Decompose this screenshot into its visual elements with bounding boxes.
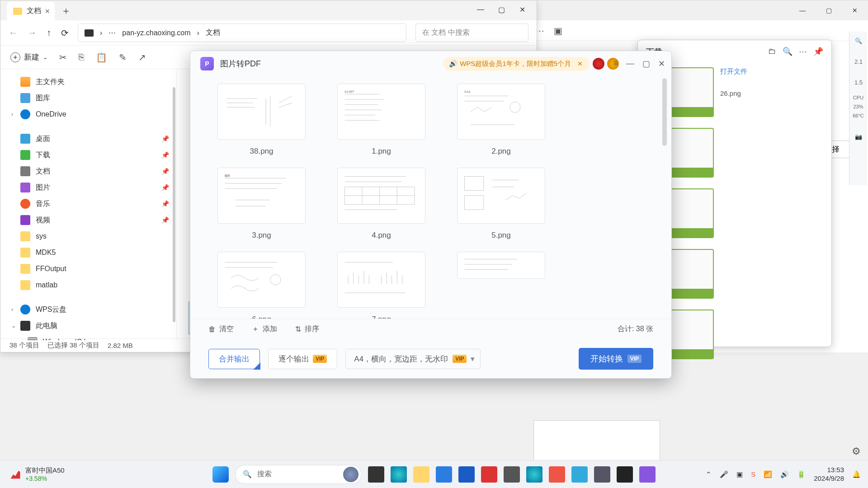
clear-button[interactable]: 🗑清空 (208, 324, 234, 334)
camera-icon[interactable]: 📷 (849, 127, 868, 145)
taskbar-app-mail[interactable] (436, 466, 452, 483)
tray-battery-icon[interactable]: 🔋 (797, 470, 806, 479)
folder-icon[interactable]: 🗀 (768, 47, 776, 57)
start-convert-button[interactable]: 开始转换 VIP (579, 348, 653, 370)
sidebar-item-videos[interactable]: 视频📌 (0, 212, 176, 228)
image-card[interactable]: 5.png (457, 168, 545, 240)
refresh-icon[interactable]: ⟳ (61, 28, 69, 38)
more-icon[interactable]: ⋯ (799, 47, 807, 57)
pin-icon: 📌 (161, 200, 169, 207)
breadcrumb-page[interactable]: 文档 (206, 28, 220, 38)
image-card[interactable]: 38.png (217, 84, 306, 156)
add-button[interactable]: ＋添加 (252, 324, 277, 334)
sidebar-item-onedrive[interactable]: ›OneDrive (0, 106, 176, 122)
taskbar-app-explorer[interactable] (413, 466, 429, 483)
scrollbar[interactable] (662, 78, 667, 146)
close-icon[interactable]: ✕ (45, 8, 50, 15)
start-button[interactable] (212, 466, 229, 483)
breadcrumb-host[interactable]: pan-yz.chaoxing.com (122, 29, 190, 37)
menu-icon[interactable]: ≡ (613, 59, 618, 69)
image-card[interactable]: 7.png (337, 252, 425, 319)
taskbar-search[interactable]: 🔍 搜索 (235, 465, 362, 484)
minimize-icon[interactable]: — (789, 0, 816, 20)
cut-icon[interactable]: ✂ (59, 52, 67, 63)
taskbar-app[interactable] (481, 466, 497, 483)
sidebar-item-ffoutput[interactable]: FFOutput (0, 261, 176, 277)
maximize-icon[interactable]: ▢ (498, 6, 505, 13)
taskbar-app-edge[interactable] (391, 466, 407, 483)
sidebar-item-music[interactable]: 音乐📌 (0, 196, 176, 212)
notifications-icon[interactable]: 🔔 (852, 470, 861, 479)
paste-icon[interactable]: 📋 (96, 52, 107, 63)
tray-app-icon[interactable]: S (751, 470, 755, 478)
taskbar-app[interactable] (639, 466, 656, 483)
breadcrumb[interactable]: › ⋯ pan-yz.chaoxing.com › 文档 (78, 23, 406, 42)
minimize-icon[interactable]: — (626, 59, 634, 69)
rename-icon[interactable]: ✎ (119, 52, 127, 63)
sidebar-item-documents[interactable]: 文档📌 (0, 163, 176, 179)
image-card[interactable]: 4.png (337, 168, 425, 240)
taskbar-app-edge2[interactable] (526, 466, 542, 483)
sidebar-item-matlab[interactable]: matlab (0, 277, 176, 293)
svg-text:3.4.2: 3.4.2 (464, 90, 470, 93)
tray-chevron-icon[interactable]: ⌃ (706, 470, 712, 479)
avatar[interactable] (593, 58, 604, 70)
tray-wifi-icon[interactable]: 📶 (764, 470, 772, 479)
stock-widget[interactable]: 富时中国A50 +3.58% (0, 466, 65, 482)
taskbar-app[interactable] (504, 466, 520, 483)
sidebar-item-home[interactable]: 主文件夹 (0, 74, 176, 90)
share-icon[interactable]: ↗ (138, 52, 146, 63)
sidebar-icon[interactable]: ▣ (552, 25, 563, 36)
add-tab-icon[interactable]: ＋ (61, 4, 71, 20)
page-setup-select[interactable]: A4，横向，宽边距，无水印 VIP (345, 349, 481, 369)
sidebar-item-mdk5[interactable]: MDK5 (0, 244, 176, 261)
sidebar-item-gallery[interactable]: 图库 (0, 90, 176, 106)
taskbar-app-store[interactable] (458, 466, 475, 483)
sidebar-item-wpscloud[interactable]: ›WPS云盘 (0, 301, 176, 318)
sidebar-item-pictures[interactable]: 图片📌 (0, 179, 176, 196)
close-icon[interactable]: ✕ (842, 0, 868, 20)
up-icon[interactable]: ↑ (47, 28, 51, 38)
clock[interactable]: 13:53 2024/9/28 (814, 466, 844, 483)
image-card[interactable]: 6.png (217, 252, 306, 319)
maximize-icon[interactable]: ▢ (816, 0, 842, 20)
sidebar-item-desktop[interactable]: 桌面📌 (0, 131, 176, 147)
sidebar-item-sys[interactable]: sys (0, 228, 176, 244)
sidebar-item-thispc[interactable]: ⌄此电脑 (0, 318, 176, 334)
sort-button[interactable]: ⇅排序 (295, 324, 319, 334)
trash-icon: 🗑 (208, 325, 216, 333)
taskbar-app[interactable] (594, 466, 610, 483)
image-card[interactable]: 循环3.png (217, 168, 306, 240)
close-icon[interactable]: ✕ (658, 59, 665, 69)
pin-icon[interactable]: 📌 (813, 47, 823, 57)
tray-volume-icon[interactable]: 🔊 (780, 470, 789, 479)
tray-cast-icon[interactable]: ▣ (736, 470, 743, 479)
pin-icon: 📌 (161, 184, 169, 191)
promo-banner[interactable]: WPS超级会员1年卡，限时加赠5个月 ✕ (443, 57, 590, 71)
sidebar-item-downloads[interactable]: 下载📌 (0, 147, 176, 163)
taskbar-app[interactable] (368, 466, 384, 483)
close-icon[interactable]: ✕ (577, 60, 583, 67)
image-card[interactable]: 3.4 DFT1.png (337, 84, 425, 156)
maximize-icon[interactable]: ▢ (642, 59, 650, 69)
explorer-tab[interactable]: 文档 ✕ (7, 2, 55, 20)
more-icon[interactable]: ⋯ (108, 28, 116, 37)
taskbar-app[interactable] (571, 466, 588, 483)
taskbar-app-wps[interactable] (549, 466, 565, 483)
image-card[interactable]: 3.4.22.png (457, 84, 545, 156)
close-icon[interactable]: ✕ (519, 6, 526, 13)
search-icon[interactable]: 🔍 (783, 47, 793, 57)
open-file-link[interactable]: 打开文件 (720, 67, 823, 76)
search-input[interactable]: 在 文档 中搜索 (415, 23, 528, 42)
minimize-icon[interactable]: — (477, 6, 484, 13)
copy-icon[interactable]: ⎘ (79, 52, 84, 62)
image-card[interactable] (457, 252, 545, 319)
gear-icon[interactable]: ⚙ (852, 446, 863, 457)
merge-output-button[interactable]: 合并输出 (208, 349, 260, 369)
tray-mic-icon[interactable]: 🎤 (720, 470, 728, 479)
taskbar-app[interactable] (617, 466, 633, 483)
new-button[interactable]: + 新建 ⌄ (10, 52, 47, 62)
back-icon[interactable]: ← (9, 28, 18, 38)
search-icon[interactable]: 🔍 (849, 32, 868, 50)
each-output-button[interactable]: 逐个输出 VIP (268, 349, 337, 369)
